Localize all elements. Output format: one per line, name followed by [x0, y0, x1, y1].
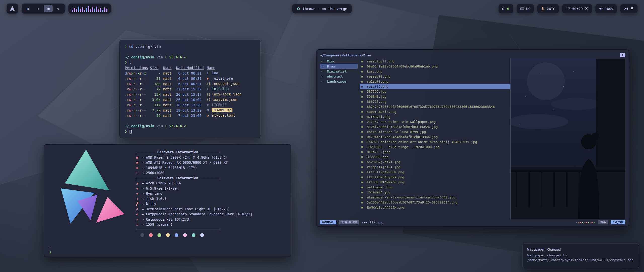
window-title-pill[interactable]: thrown - on the verge: [292, 4, 352, 13]
graph-bar: [82, 7, 83, 12]
clock-icon: [585, 7, 588, 11]
workspace-2-button[interactable]: ✦: [34, 5, 43, 12]
file-list-item[interactable]: ▣5a266e448add93deab367d87173e9f25-683788…: [360, 200, 510, 205]
terminal-info-line: ▞→kitty: [135, 201, 252, 207]
parent-dir-minimalist[interactable]: ❒Minimalist: [320, 69, 358, 74]
file-list-item[interactable]: ▣596848.jpg: [360, 94, 510, 99]
volume-module[interactable]: 100%: [595, 4, 617, 13]
image-file-icon: ▣: [361, 155, 365, 159]
file-list-item[interactable]: ▣20492984.jpg: [360, 190, 510, 195]
cpu-info-line: ▦→AMD Ryzen 9 5900X (24) @ 4.9GHz [61.3°…: [135, 155, 252, 160]
updates-label: 0: [502, 7, 504, 11]
folder-icon: ❒: [321, 80, 325, 83]
file-list-item[interactable]: ▣3122955.png: [360, 154, 510, 159]
workspace-4-button[interactable]: ✎: [54, 5, 63, 12]
file-row: .rw-r--r--59matt 7 oct 23:06⚙stylua.toml: [125, 113, 255, 118]
file-manager-window[interactable]: ~/Imagenes/Wallpapers/Draw 1 ❒Misc❒Draw❒…: [316, 49, 629, 227]
file-list-item[interactable]: ▣resssult.png: [360, 74, 510, 79]
volume-label: 100%: [605, 7, 613, 11]
terminal-window[interactable]: ❯ cd .config/nvim ~/.config/nvim via ☾ v…: [119, 40, 260, 138]
graph-bar: [104, 7, 105, 12]
active-window-title: thrown - on the verge: [303, 7, 347, 11]
notification-popup[interactable]: Wallpaper Changed Wallpaper changed to /…: [522, 244, 639, 268]
file-list-item[interactable]: ▣super-mario.png: [360, 109, 510, 114]
updates-icon: [506, 7, 510, 11]
prompt-icon: ❯: [125, 60, 127, 64]
file-list-item[interactable]: ▣chica-mirando-la-luna-8799.jpg: [360, 129, 510, 134]
clock-module[interactable]: 17:50:29: [562, 4, 592, 13]
file-list-item[interactable]: ▣8FKa7Cu.jpeg: [360, 149, 510, 154]
parent-dir-draw[interactable]: ❒Draw: [320, 64, 358, 69]
file-list-item[interactable]: ▣68747470733a2f2f696d616765732d7769786d7…: [360, 104, 510, 109]
temperature-module[interactable]: 26°C: [537, 4, 559, 13]
image-file-icon: ▣: [361, 165, 365, 169]
file-list-item[interactable]: ▣866715.png: [360, 99, 510, 104]
file-list-item[interactable]: ▣nnvuv0xj2df71.jpg: [360, 159, 510, 164]
palette-dot: [157, 233, 161, 237]
command-arg: .config/nvim: [135, 45, 161, 49]
updates-module[interactable]: 0: [499, 4, 513, 13]
os-icon: ▲: [135, 181, 139, 186]
file-list-item[interactable]: ▣3126f7e9bbf21a8a4af0b67b041c6e26.jpg: [360, 124, 510, 129]
image-file-icon: ▣: [361, 110, 365, 113]
image-file-icon: ▣: [361, 80, 365, 83]
file-list-item[interactable]: ▣FXfcHgcWIAMzs0G.png: [360, 180, 510, 185]
packages-icon: ❒: [135, 222, 139, 227]
image-file-icon: ▣: [361, 105, 365, 108]
file-list-item[interactable]: ▣FXfcII0X0AQyn9X.png: [360, 175, 510, 180]
file-row: .rw-r--r--7,7kmatt18 oct 13:29MREADME.md: [125, 108, 255, 113]
file-row: drwxr-xr-x-matt 6 oct 00:31☾lua: [125, 71, 255, 76]
prompt-cwd: ~/.config/nvim: [125, 124, 154, 128]
file-list-item[interactable]: ▣217167-sad-anime-rain-wallpaper.png: [360, 119, 510, 124]
file-list-item[interactable]: ▣re1sult.png: [360, 79, 510, 84]
thermometer-icon: [541, 7, 545, 11]
lua-version: v5.4.6: [169, 124, 182, 128]
image-file-icon: ▣: [361, 65, 365, 68]
parent-dir-landscapes[interactable]: ❒Landscapes: [320, 79, 358, 84]
file-list-item[interactable]: ▣kurz.png: [360, 69, 510, 74]
file-list-item[interactable]: ▣587597.jpg: [360, 89, 510, 94]
terminal-icon: ▞: [135, 201, 139, 207]
file-list-item[interactable]: ▣wallpaper.png: [360, 185, 510, 190]
system-graph-widget[interactable]: [68, 4, 111, 14]
notifications-module[interactable]: 24: [620, 4, 637, 13]
font-icon: A: [135, 207, 139, 212]
cwd-tilde: ~: [49, 244, 51, 250]
keyboard-icon: [520, 7, 524, 11]
parent-dir-misc[interactable]: ❒Misc: [320, 59, 358, 64]
file-list-item[interactable]: ▣19201080-__blue-tinge__-1920×1080.jpg: [360, 144, 510, 149]
file-list-item[interactable]: ▣0c794faf07de24a4db4d4fb1eb813964.jpg: [360, 134, 510, 139]
image-file-icon: ▣: [361, 60, 365, 63]
notification-title: Wallpaper Changed: [527, 247, 634, 252]
system-fetch-window[interactable]: ┌───────── Hardware Information ────────…: [44, 144, 291, 257]
breadcrumb: ~/Imagenes/Wallpapers/Draw: [320, 53, 371, 57]
command-text: l: [129, 60, 131, 64]
file-list-item[interactable]: ▣154928-odinokoe_anime-art-anime-okno-si…: [360, 139, 510, 144]
workspace-1-button[interactable]: ◉: [24, 5, 33, 12]
tab-badge[interactable]: 1: [620, 53, 625, 57]
image-file-icon: ▣: [361, 191, 365, 194]
file-list-item[interactable]: ▣87r687df.png: [360, 114, 510, 119]
app-launcher-button[interactable]: [7, 4, 18, 14]
file-row: .rw-r--r--183matt 6 oct 00:31{}.neoconf.…: [125, 81, 255, 86]
graph-bar: [102, 10, 103, 12]
file-list-item[interactable]: ▣EeNKYgIUcAAJ5JX.png: [360, 205, 510, 210]
parent-dir-abstract[interactable]: ❒Abstract: [320, 74, 358, 79]
file-row: .rw-r--r--11kmatt18 oct 13:29©LICENSE: [125, 102, 255, 108]
palette-dot: [183, 233, 187, 237]
image-file-icon: ▣: [361, 206, 365, 209]
graph-bar: [86, 8, 87, 12]
gtk-theme-info-line: ✿→Catppuccin-Macchiato-Standard-Lavender…: [135, 212, 252, 217]
image-file-icon: ▣: [361, 85, 365, 88]
file-list-item[interactable]: ▣rsjqojlmjhf91.jpg: [360, 164, 510, 169]
keyboard-layout-module[interactable]: US: [517, 4, 534, 13]
file-list-item[interactable]: ▣result2.png: [360, 84, 510, 89]
mode-badge: NORMAL: [320, 220, 336, 224]
palette-dot: [192, 233, 195, 237]
file-list-item[interactable]: ▣FXfcJlTXgAMvH6R.png: [360, 169, 510, 175]
parent-directory-pane: ❒Misc❒Draw❒Minimalist❒Abstract❒Landscape…: [320, 59, 358, 219]
file-list-item[interactable]: ▣atardecer-en-la-montanas-ilustracion-63…: [360, 195, 510, 200]
workspace-3-button[interactable]: ▣: [44, 5, 53, 12]
file-list-item[interactable]: ▣08a634fa02a32364f69ebc86a98eb1eb.png: [360, 64, 510, 69]
file-list-item[interactable]: ▣ressdfgult.png: [360, 59, 510, 64]
